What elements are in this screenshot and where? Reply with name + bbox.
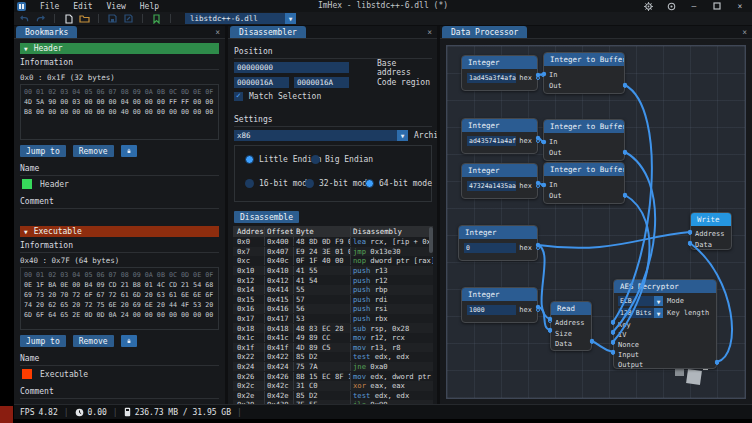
input-pin[interactable]: [548, 319, 552, 323]
radio-icon[interactable]: [305, 179, 314, 188]
output-pin[interactable]: [536, 76, 540, 80]
node-integer-to-buffer-2[interactable]: Integer to Buffer In Out: [543, 119, 625, 161]
column-header[interactable]: Offset: [264, 227, 293, 236]
node-write[interactable]: Write Address Data: [690, 212, 732, 250]
column-header[interactable]: Byte: [293, 227, 350, 236]
disassembly-row[interactable]: 0x220x42285 D2test edx, edx: [233, 352, 433, 362]
node-title[interactable]: Integer: [462, 164, 537, 177]
disassembly-row[interactable]: 0x1f0x41f4D 89 C5mov r13, r8: [233, 343, 433, 353]
node-title[interactable]: Integer to Buffer: [544, 163, 624, 176]
menu-edit[interactable]: Edit: [66, 2, 99, 11]
collapse-arrow-icon[interactable]: ▼: [24, 45, 28, 52]
jump-to-button[interactable]: Jump to: [20, 335, 66, 347]
menu-view[interactable]: View: [100, 2, 133, 11]
architecture-select[interactable]: x86 ▼: [234, 130, 408, 141]
radio-icon[interactable]: [245, 179, 254, 188]
node-title[interactable]: Integer: [462, 119, 537, 132]
file-selector[interactable]: libstdc++-6.dll ▼: [185, 13, 296, 24]
settings-gear-icon[interactable]: [643, 1, 653, 11]
aes-key-length-select[interactable]: 128 Bits ▼ Key length: [618, 308, 712, 318]
node-title[interactable]: Integer: [459, 226, 537, 239]
lock-button[interactable]: [121, 145, 137, 157]
integer-value-input[interactable]: 1ad45a3f4afad4: [467, 73, 516, 83]
column-header[interactable]: Disassembly: [350, 227, 433, 236]
collapse-arrow-icon[interactable]: ▼: [24, 228, 28, 235]
new-file-icon[interactable]: [63, 13, 74, 24]
chevron-down-icon[interactable]: ▼: [285, 13, 296, 24]
chevron-down-icon[interactable]: ▼: [654, 296, 663, 306]
output-pin[interactable]: [536, 246, 540, 250]
input-pin[interactable]: [688, 242, 692, 246]
disassembly-row[interactable]: 0x180x41848 83 EC 28sub rsp, 0x28: [233, 323, 433, 333]
input-pin[interactable]: [541, 183, 545, 187]
node-integer-1[interactable]: Integer 1ad45a3f4afad4 hex: [461, 55, 538, 91]
jump-to-button[interactable]: Jump to: [20, 145, 66, 157]
output-pin[interactable]: [536, 139, 540, 143]
tab-data-processor[interactable]: Data Processor: [442, 26, 527, 38]
radio-big-endian[interactable]: Big Endian: [311, 155, 373, 164]
output-pin[interactable]: [536, 308, 540, 312]
bookmarks-close-icon[interactable]: ×: [215, 28, 220, 37]
node-title[interactable]: Read: [551, 302, 591, 315]
close-icon[interactable]: ×: [735, 1, 745, 11]
undo-icon[interactable]: [19, 13, 30, 24]
node-integer-4[interactable]: Integer 0 hex: [458, 225, 538, 261]
node-read[interactable]: Read Address Size Data: [550, 301, 592, 351]
disassembler-close-icon[interactable]: ×: [427, 28, 432, 37]
redo-icon[interactable]: [35, 13, 46, 24]
integer-value-input[interactable]: 47324a1435aafe: [467, 181, 516, 191]
node-title[interactable]: Integer: [462, 56, 537, 69]
match-selection-checkbox[interactable]: ✓: [234, 92, 243, 101]
remove-button[interactable]: Remove: [73, 335, 114, 347]
bookmark-name-value[interactable]: Header: [40, 180, 69, 189]
node-title[interactable]: Integer to Buffer: [544, 120, 624, 133]
data-processor-close-icon[interactable]: ×: [742, 28, 747, 37]
maximize-icon[interactable]: [712, 1, 722, 11]
node-title[interactable]: Integer: [462, 288, 537, 301]
input-pin[interactable]: [611, 331, 615, 335]
output-pin[interactable]: [623, 194, 627, 198]
disassembly-row[interactable]: 0x120x41241 54push r12: [233, 275, 433, 285]
node-title[interactable]: Write: [691, 213, 731, 226]
color-swatch[interactable]: [22, 369, 32, 379]
disassembly-row[interactable]: 0x1c0x41c49 89 CCmov r12, rcx: [233, 333, 433, 343]
input-pin[interactable]: [611, 341, 615, 345]
node-integer-5[interactable]: Integer 1000 hex: [461, 287, 538, 323]
radio-icon[interactable]: [365, 179, 374, 188]
bookmark-flag-icon[interactable]: [151, 13, 162, 24]
disassembly-row[interactable]: 0x240x42475 7Ajne 0xa0: [233, 362, 433, 372]
radio-32-bit-mode[interactable]: 32-bit mode: [305, 179, 372, 188]
disassemble-button[interactable]: Disassemble: [234, 211, 299, 223]
aes-mode-select[interactable]: ECB ▼ Mode: [618, 296, 712, 306]
disassembly-row[interactable]: 0x140x41455push rbp: [233, 285, 433, 295]
output-pin[interactable]: [623, 151, 627, 155]
save-icon[interactable]: [107, 13, 118, 24]
save-as-icon[interactable]: [123, 13, 134, 24]
remove-button[interactable]: Remove: [73, 145, 114, 157]
menu-file[interactable]: File: [33, 2, 66, 11]
node-integer-to-buffer-3[interactable]: Integer to Buffer In Out: [543, 162, 625, 204]
node-aes-decryptor[interactable]: AES Decryptor ECB ▼ Mode 128 Bits ▼ Key …: [613, 279, 717, 369]
disassembly-row[interactable]: 0x100x41041 55push r13: [233, 266, 433, 276]
code-region-end-input[interactable]: 0000016A: [294, 77, 349, 88]
base-address-input[interactable]: 00000000: [234, 62, 349, 73]
disassembly-row[interactable]: 0x260x4268B 15 EC 8F 1mov edx, dword ptr…: [233, 371, 433, 381]
disassembly-row[interactable]: 0x70x407E9 24 3E 01 0jmp 0x13e30: [233, 247, 433, 257]
integer-value-input[interactable]: ad435741a4afde: [467, 136, 516, 146]
help-icon[interactable]: [666, 1, 676, 11]
node-integer-3[interactable]: Integer 47324a1435aafe hex: [461, 163, 538, 199]
bookmark-name-value[interactable]: Executable: [40, 370, 88, 379]
disassembly-row[interactable]: 0x150x41557push rdi: [233, 295, 433, 305]
node-title[interactable]: AES Decryptor: [614, 280, 716, 293]
node-integer-2[interactable]: Integer ad435741a4afde hex: [461, 118, 538, 154]
column-header[interactable]: Address: [233, 227, 264, 236]
output-pin[interactable]: [536, 184, 540, 188]
input-pin[interactable]: [611, 321, 615, 325]
radio-64-bit-mode[interactable]: 64-bit mode: [365, 179, 432, 188]
scrollbar-thumb[interactable]: [429, 227, 433, 253]
chevron-down-icon[interactable]: ▼: [397, 130, 408, 141]
bookmark-header[interactable]: ▼ Header: [20, 43, 219, 54]
output-pin[interactable]: [590, 340, 594, 344]
input-pin[interactable]: [688, 231, 692, 235]
bookmark-header[interactable]: ▼ Executable: [20, 226, 219, 237]
